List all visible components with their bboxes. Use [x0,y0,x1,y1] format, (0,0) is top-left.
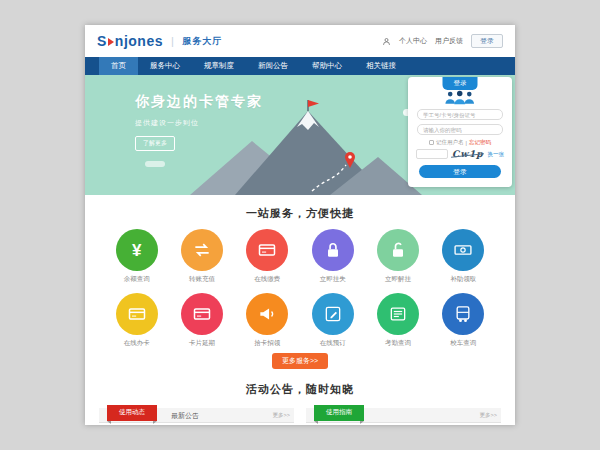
forgot-password-link[interactable]: 忘记密码 [469,139,491,146]
captcha-image[interactable]: Cw1p [452,149,483,159]
announcement-panels: 使用动态 最新公告 更多>> 使用指南 更多>> [85,408,515,423]
service-item-3[interactable]: 立即挂失 [300,229,365,284]
captcha-refresh-link[interactable]: 换一张 [487,151,504,158]
unlock-icon [377,229,419,271]
hero-title: 你身边的卡管专家 [135,93,263,111]
users-group-icon [408,90,512,105]
left-panel: 使用动态 最新公告 更多>> [99,408,294,423]
megaphone-icon [246,293,288,335]
hero-subtitle: 提供建设一步到位 [135,118,263,128]
password-input[interactable] [417,124,503,135]
service-item-5[interactable]: 补助领取 [431,229,496,284]
hero-cta-button[interactable]: 了解更多 [135,136,175,151]
service-item-4[interactable]: 立即解挂 [365,229,430,284]
right-panel: 使用指南 更多>> [306,408,501,423]
service-label: 卡片延期 [169,339,234,348]
announcements-section: 活动公告，随时知晓 使用动态 最新公告 更多>> 使用指南 更多>> [85,382,515,423]
nav-item-1[interactable]: 服务中心 [138,57,192,75]
service-label: 转账充值 [169,275,234,284]
header-login-button[interactable]: 登录 [471,34,503,48]
service-label: 在线缴费 [235,275,300,284]
more-services-button[interactable]: 更多服务>> [272,353,328,369]
transfer-icon [181,229,223,271]
card-icon [116,293,158,335]
logo-text-s: S [97,33,107,49]
service-label: 在线预订 [300,339,365,348]
login-panel: 登录 记住用户名 | 忘记密码 Cw1p 换一张 登录 [408,77,512,187]
link-user-feedback[interactable]: 用户反馈 [435,36,463,46]
service-label: 立即解挂 [365,275,430,284]
services-section: 一站服务，方便快捷 ¥余额查询转账充值在线缴费立即挂失立即解挂补助领取在线办卡卡… [85,195,515,369]
main-nav: 首页服务中心规章制度新闻公告帮助中心相关链接 [85,57,515,75]
account-input[interactable] [417,109,503,120]
card-icon [246,229,288,271]
service-label: 立即挂失 [300,275,365,284]
logo-arrow-icon [108,38,114,46]
logo-text-rest: njones [115,33,163,49]
captcha-row: Cw1p 换一张 [408,149,512,159]
services-title: 一站服务，方便快捷 [85,206,515,221]
cloud-icon [145,161,165,167]
left-panel-bar: 使用动态 最新公告 更多>> [99,408,294,423]
right-panel-bar: 使用指南 更多>> [306,408,501,423]
left-more-link[interactable]: 更多>> [273,408,290,423]
edit-icon [312,293,354,335]
tab-usage-guide[interactable]: 使用指南 [314,405,364,421]
top-bar: S njones | 服务大厅 个人中心 用户反馈 登录 [85,25,515,57]
lock-icon [312,229,354,271]
services-grid: ¥余额查询转账充值在线缴费立即挂失立即解挂补助领取在线办卡卡片延期拾卡招领在线预… [104,229,496,348]
logo-divider: | [171,35,174,47]
bus-icon [442,293,484,335]
remember-checkbox[interactable] [429,140,434,145]
service-item-0[interactable]: ¥余额查询 [104,229,169,284]
hero-banner: 你身边的卡管专家 提供建设一步到位 了解更多 登录 [85,75,515,195]
service-label: 余额查询 [104,275,169,284]
service-label: 补助领取 [431,275,496,284]
service-label: 考勤查询 [365,339,430,348]
service-item-1[interactable]: 转账充值 [169,229,234,284]
tab-latest-announcements[interactable]: 最新公告 [171,408,199,423]
remember-label: 记住用户名 [436,139,464,146]
list-icon [377,293,419,335]
login-tab[interactable]: 登录 [443,77,478,90]
yen-icon: ¥ [116,229,158,271]
service-item-6[interactable]: 在线办卡 [104,293,169,348]
nav-item-0[interactable]: 首页 [99,57,138,75]
tab-usage-news[interactable]: 使用动态 [107,405,157,421]
remember-divider: | [466,140,467,146]
user-icon [382,37,391,46]
login-submit-button[interactable]: 登录 [419,165,501,178]
nav-item-2[interactable]: 规章制度 [192,57,246,75]
captcha-input[interactable] [416,149,448,159]
nav-item-5[interactable]: 相关链接 [354,57,408,75]
announcements-title: 活动公告，随时知晓 [85,382,515,397]
banknote-icon [442,229,484,271]
service-item-10[interactable]: 考勤查询 [365,293,430,348]
logo[interactable]: S njones | 服务大厅 [97,33,222,49]
service-item-8[interactable]: 拾卡招领 [235,293,300,348]
link-personal-center[interactable]: 个人中心 [399,36,427,46]
right-more-link[interactable]: 更多>> [480,408,497,423]
site-name: 服务大厅 [182,35,222,48]
nav-item-4[interactable]: 帮助中心 [300,57,354,75]
nav-item-3[interactable]: 新闻公告 [246,57,300,75]
service-label: 拾卡招领 [235,339,300,348]
service-item-7[interactable]: 卡片延期 [169,293,234,348]
card-icon [181,293,223,335]
topbar-right: 个人中心 用户反馈 登录 [382,34,503,48]
service-item-2[interactable]: 在线缴费 [235,229,300,284]
service-item-11[interactable]: 校车查询 [431,293,496,348]
service-item-9[interactable]: 在线预订 [300,293,365,348]
service-label: 校车查询 [431,339,496,348]
hero-text: 你身边的卡管专家 提供建设一步到位 了解更多 [135,93,263,151]
remember-row: 记住用户名 | 忘记密码 [408,139,512,146]
service-label: 在线办卡 [104,339,169,348]
page: S njones | 服务大厅 个人中心 用户反馈 登录 首页服务中心规章制度新… [85,25,515,425]
